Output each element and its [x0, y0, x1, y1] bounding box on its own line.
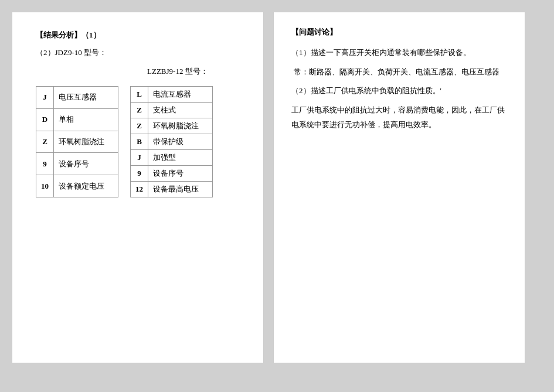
- table-cell-key: J: [131, 150, 148, 166]
- table-row: J加强型: [131, 150, 213, 166]
- model-right-label: LZZBJ9-12 型号：: [147, 66, 208, 77]
- table-cell-key: L: [131, 87, 148, 103]
- right-paragraph1-label: （1）描述一下高压开关柜内通常装有哪些保护设备。: [291, 46, 507, 60]
- table-cell-value: 电压互感器: [54, 87, 118, 109]
- table-cell-key: Z: [131, 118, 148, 134]
- table-cell-value: 支柱式: [148, 103, 213, 118]
- table-cell-value: 设备额定电压: [54, 175, 118, 197]
- table-cell-value: 设备序号: [148, 166, 213, 182]
- table-row: B带保护级: [131, 134, 213, 150]
- model-row: LZZBJ9-12 型号：: [36, 66, 246, 77]
- left-page: 【结果分析】（1） （2）JDZ9-10 型号： LZZBJ9-12 型号： J…: [12, 12, 264, 363]
- table-cell-value: 环氧树脂浇注: [148, 118, 213, 134]
- table-cell-key: Z: [131, 103, 148, 118]
- table-cell-value: 带保护级: [148, 134, 213, 150]
- tables-row: J电压互感器D单相Z环氧树脂浇注9设备序号10设备额定电压 L电流互感器Z支柱式…: [36, 86, 246, 197]
- table-row: D单相: [36, 108, 118, 131]
- table-cell-value: 电流互感器: [148, 87, 213, 103]
- table-cell-key: Z: [36, 131, 54, 153]
- table-row: Z支柱式: [131, 103, 213, 118]
- right-section-title: 【问题讨论】: [291, 27, 507, 38]
- table-left: J电压互感器D单相Z环氧树脂浇注9设备序号10设备额定电压: [36, 86, 118, 197]
- table-row: J电压互感器: [36, 87, 118, 109]
- right-paragraph2-content: 工厂供电系统中的阻抗过大时，容易消费电能，因此，在工厂供电系统中要进行无功补偿，…: [291, 103, 507, 132]
- table-row: L电流互感器: [131, 87, 213, 103]
- page-container: 【结果分析】（1） （2）JDZ9-10 型号： LZZBJ9-12 型号： J…: [12, 12, 542, 363]
- table-cell-value: 单相: [54, 108, 118, 131]
- table-cell-key: B: [131, 134, 148, 150]
- table-cell-key: 12: [131, 182, 148, 197]
- right-paragraph2-label: （2）描述工厂供电系统中负载的阻抗性质。': [291, 84, 507, 98]
- table-cell-key: J: [36, 87, 54, 109]
- table-cell-key: 9: [36, 153, 54, 175]
- right-page: 【问题讨论】 （1）描述一下高压开关柜内通常装有哪些保护设备。 常：断路器、隔离…: [273, 12, 525, 363]
- table-row: 9设备序号: [131, 166, 213, 182]
- table-cell-key: 9: [131, 166, 148, 182]
- table-row: 12设备最高电压: [131, 182, 213, 197]
- table-cell-key: D: [36, 108, 54, 131]
- table-row: 10设备额定电压: [36, 175, 118, 197]
- table-right: L电流互感器Z支柱式Z环氧树脂浇注B带保护级J加强型9设备序号12设备最高电压: [130, 86, 213, 197]
- table-cell-value: 设备序号: [54, 153, 118, 175]
- table-row: Z环氧树脂浇注: [131, 118, 213, 134]
- left-sub-title: （2）JDZ9-10 型号：: [36, 47, 246, 58]
- table-cell-value: 加强型: [148, 150, 213, 166]
- table-row: Z环氧树脂浇注: [36, 131, 118, 153]
- table-row: 9设备序号: [36, 153, 118, 175]
- table-cell-value: 设备最高电压: [148, 182, 213, 197]
- table-cell-key: 10: [36, 175, 54, 197]
- left-section-title: 【结果分析】（1）: [36, 30, 246, 40]
- right-paragraph1-answer: 常：断路器、隔离开关、负荷开关、电流互感器、电压互感器: [291, 65, 507, 80]
- table-cell-value: 环氧树脂浇注: [54, 131, 118, 153]
